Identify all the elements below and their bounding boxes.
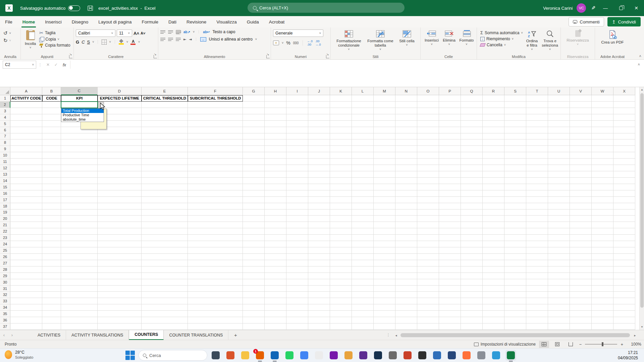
cell-S32[interactable]	[504, 292, 526, 298]
cell-J18[interactable]	[308, 203, 330, 209]
cell-H32[interactable]	[265, 292, 286, 298]
row-header-13[interactable]: 13	[0, 171, 10, 178]
cell-F12[interactable]	[188, 165, 243, 171]
cell-G10[interactable]	[243, 152, 265, 159]
cell-E22[interactable]	[142, 228, 188, 235]
cell-N9[interactable]	[395, 146, 417, 152]
user-name[interactable]: Veronica Carini	[543, 6, 573, 11]
cell-P4[interactable]	[439, 114, 461, 121]
cell-S33[interactable]	[504, 298, 526, 304]
cell-S6[interactable]	[504, 127, 526, 133]
cell-A6[interactable]	[10, 127, 42, 133]
cell-W10[interactable]	[592, 152, 613, 159]
taskbar-app-browser-notifications[interactable]: 1	[255, 350, 265, 361]
cell-S9[interactable]	[504, 146, 526, 152]
cell-E5[interactable]	[142, 121, 188, 127]
cell-N30[interactable]	[395, 279, 417, 286]
cell-G24[interactable]	[243, 241, 265, 247]
cell-R33[interactable]	[483, 298, 504, 304]
cell-O18[interactable]	[417, 203, 439, 209]
row-header-3[interactable]: 3	[0, 108, 10, 114]
row-header-36[interactable]: 36	[0, 317, 10, 323]
cell-F2[interactable]	[188, 102, 243, 108]
row-header-11[interactable]: 11	[0, 159, 10, 165]
cell-D18[interactable]	[98, 203, 142, 209]
cell-R1[interactable]	[483, 95, 504, 102]
cell-M5[interactable]	[374, 121, 395, 127]
accounting-format-icon[interactable]: ¤	[273, 41, 279, 45]
cell-U35[interactable]	[548, 311, 570, 317]
cell-M11[interactable]	[374, 159, 395, 165]
cell-T11[interactable]	[526, 159, 548, 165]
cell-O31[interactable]	[417, 286, 439, 292]
cell-R5[interactable]	[483, 121, 504, 127]
cell-T26[interactable]	[526, 254, 548, 260]
taskbar-app-chart-app[interactable]	[432, 350, 442, 361]
cell-H23[interactable]	[265, 235, 286, 241]
cell-J19[interactable]	[308, 209, 330, 216]
cell-B26[interactable]	[42, 254, 61, 260]
cell-R8[interactable]	[483, 139, 504, 146]
taskbar-clock[interactable]: 17:21 04/09/2025	[618, 350, 638, 361]
redo-button[interactable]: ↻˅	[2, 37, 18, 44]
cell-T15[interactable]	[526, 184, 548, 190]
cell-O6[interactable]	[417, 127, 439, 133]
cell-E17[interactable]	[142, 197, 188, 203]
cell-D27[interactable]	[98, 260, 142, 266]
cell-U36[interactable]	[548, 317, 570, 323]
cell-Q36[interactable]	[461, 317, 483, 323]
cell-Q28[interactable]	[461, 266, 483, 273]
cell-Q4[interactable]	[461, 114, 483, 121]
cell-Q35[interactable]	[461, 311, 483, 317]
fill-button[interactable]: ↓Riempimento˅	[479, 36, 524, 42]
increase-indent-icon[interactable]: ⇥	[189, 38, 192, 41]
cell-G25[interactable]	[243, 247, 265, 254]
cell-N16[interactable]	[395, 190, 417, 197]
cell-I2[interactable]	[286, 102, 308, 108]
cell-R17[interactable]	[483, 197, 504, 203]
cell-N25[interactable]	[395, 247, 417, 254]
cell-F27[interactable]	[188, 260, 243, 266]
cell-U26[interactable]	[548, 254, 570, 260]
cell-X17[interactable]	[613, 197, 635, 203]
cell-D26[interactable]	[98, 254, 142, 260]
cell-Q23[interactable]	[461, 235, 483, 241]
copy-button[interactable]: Copia˅	[38, 36, 71, 42]
cell-F36[interactable]	[188, 317, 243, 323]
cell-G16[interactable]	[243, 190, 265, 197]
cell-C23[interactable]	[61, 235, 98, 241]
cell-F21[interactable]	[188, 222, 243, 228]
cell-P8[interactable]	[439, 139, 461, 146]
appunti-dialog-launcher[interactable]	[69, 55, 72, 58]
cell-H22[interactable]	[265, 228, 286, 235]
dropdown-option[interactable]: absolute_time	[61, 117, 104, 122]
cell-J10[interactable]	[308, 152, 330, 159]
cell-T9[interactable]	[526, 146, 548, 152]
cell-J24[interactable]	[308, 241, 330, 247]
cell-W21[interactable]	[592, 222, 613, 228]
cell-S26[interactable]	[504, 254, 526, 260]
cell-S27[interactable]	[504, 260, 526, 266]
cell-A28[interactable]	[10, 266, 42, 273]
cell-X12[interactable]	[613, 165, 635, 171]
cell-N17[interactable]	[395, 197, 417, 203]
cell-K2[interactable]	[330, 102, 352, 108]
cell-L24[interactable]	[352, 241, 374, 247]
cell-W25[interactable]	[592, 247, 613, 254]
cell-C27[interactable]	[61, 260, 98, 266]
cell-J7[interactable]	[308, 133, 330, 140]
cell-G11[interactable]	[243, 159, 265, 165]
cell-W20[interactable]	[592, 216, 613, 222]
cell-L28[interactable]	[352, 266, 374, 273]
cell-K33[interactable]	[330, 298, 352, 304]
cell-D32[interactable]	[98, 292, 142, 298]
column-header-F[interactable]: F	[188, 87, 243, 95]
cell-X23[interactable]	[613, 235, 635, 241]
cell-F5[interactable]	[188, 121, 243, 127]
cell-N4[interactable]	[395, 114, 417, 121]
cell-N18[interactable]	[395, 203, 417, 209]
cell-P21[interactable]	[439, 222, 461, 228]
cell-F26[interactable]	[188, 254, 243, 260]
align-right-icon[interactable]	[176, 37, 181, 42]
cell-S36[interactable]	[504, 317, 526, 323]
